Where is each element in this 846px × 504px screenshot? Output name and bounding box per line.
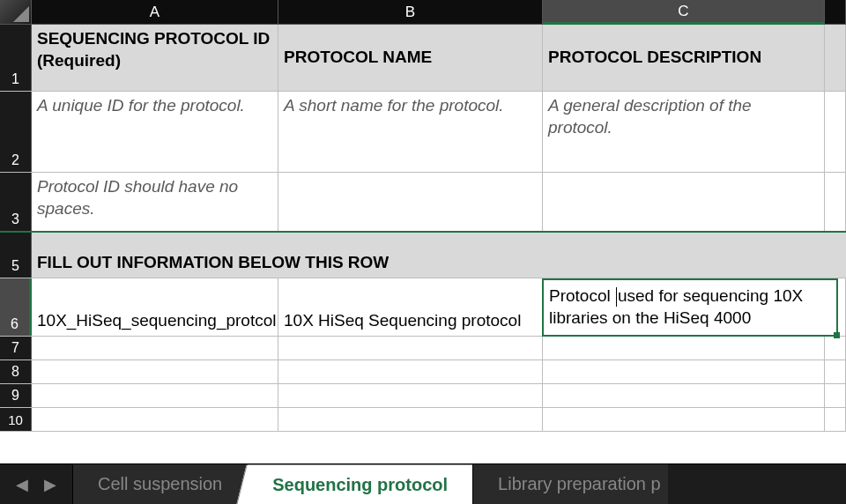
table-row: 9 [0, 384, 846, 408]
cell-B1[interactable]: PROTOCOL NAME [278, 25, 543, 91]
cell-A2[interactable]: A unique ID for the protocol. [32, 92, 278, 172]
table-row: 7 [0, 337, 846, 360]
cell-A1[interactable]: SEQUENCING PROTOCOL ID (Required) [32, 25, 278, 91]
cell-D1[interactable] [825, 25, 846, 91]
cell-A9[interactable] [32, 384, 278, 407]
row-header-9[interactable]: 9 [0, 384, 32, 407]
cell-A3[interactable]: Protocol ID should have no spaces. [32, 173, 278, 231]
cell-C8[interactable] [543, 360, 825, 383]
cell-C3[interactable] [543, 173, 825, 231]
table-row: 3 Protocol ID should have no spaces. [0, 173, 846, 233]
cell-B8[interactable] [278, 360, 543, 383]
column-header-D-cut[interactable] [825, 0, 846, 25]
sheet-tab-library-preparation[interactable]: Library preparation p [472, 464, 668, 504]
table-row: 1 SEQUENCING PROTOCOL ID (Required) PROT… [0, 25, 846, 92]
cell-C2[interactable]: A general description of the protocol. [543, 92, 825, 172]
cell-B2[interactable]: A short name for the protocol. [278, 92, 543, 172]
cell-C9[interactable] [543, 384, 825, 407]
table-row: 10 [0, 408, 846, 432]
sheet-tab-bar: ◀ ▶ Cell suspension Sequencing protocol … [0, 463, 846, 504]
row-header-7[interactable]: 7 [0, 337, 32, 359]
row-header-5[interactable]: 5 [0, 233, 32, 278]
row-header-10[interactable]: 10 [0, 408, 32, 431]
table-row: 5 FILL OUT INFORMATION BELOW THIS ROW [0, 233, 846, 278]
fill-handle[interactable] [834, 332, 840, 338]
cell-A6[interactable]: 10X_HiSeq_sequencing_protcol [32, 278, 278, 336]
cell-D8[interactable] [825, 360, 846, 383]
cell-A5-merged[interactable]: FILL OUT INFORMATION BELOW THIS ROW [32, 233, 846, 278]
cell-C1[interactable]: PROTOCOL DESCRIPTION [543, 25, 825, 91]
spreadsheet-window: A B C 1 SEQUENCING PROTOCOL ID (Required… [0, 0, 846, 504]
cell-B9[interactable] [278, 384, 543, 407]
sheet-tab-sequencing-protocol[interactable]: Sequencing protocol [247, 464, 472, 504]
tab-nav-prev-icon[interactable]: ◀ [16, 475, 28, 494]
row-header-2[interactable]: 2 [0, 92, 32, 172]
tab-nav-next-icon[interactable]: ▶ [44, 475, 56, 494]
cell-D9[interactable] [825, 384, 846, 407]
cell-B7[interactable] [278, 337, 543, 359]
cell-D3[interactable] [825, 173, 846, 231]
cell-B6[interactable]: 10X HiSeq Sequencing protocol [278, 278, 543, 336]
cell-C10[interactable] [543, 408, 825, 431]
cell-B3[interactable] [278, 173, 543, 231]
table-row: 8 [0, 360, 846, 384]
cell-D10[interactable] [825, 408, 846, 431]
active-cell-editor[interactable]: Protocol used for sequencing 10X librari… [542, 278, 838, 337]
cell-D7[interactable] [825, 337, 846, 359]
grid-area: A B C 1 SEQUENCING PROTOCOL ID (Required… [0, 0, 846, 463]
row-header-1[interactable]: 1 [0, 25, 32, 91]
table-row: 2 A unique ID for the protocol. A short … [0, 92, 846, 173]
cell-D2[interactable] [825, 92, 846, 172]
cell-A7[interactable] [32, 337, 278, 359]
column-header-C[interactable]: C [543, 0, 825, 25]
column-header-B[interactable]: B [278, 0, 543, 25]
select-all-corner[interactable] [0, 0, 32, 25]
cell-A8[interactable] [32, 360, 278, 383]
row-header-6[interactable]: 6 [0, 278, 32, 336]
cell-A10[interactable] [32, 408, 278, 431]
cell-B10[interactable] [278, 408, 543, 431]
text-caret [616, 287, 617, 307]
sheet-tab-cell-suspension[interactable]: Cell suspension [72, 464, 247, 504]
row-header-3[interactable]: 3 [0, 173, 32, 231]
column-header-A[interactable]: A [32, 0, 278, 25]
column-header-row: A B C [0, 0, 846, 25]
cell-C7[interactable] [543, 337, 825, 359]
row-header-8[interactable]: 8 [0, 360, 32, 383]
edit-text-pre: Protocol [549, 286, 615, 305]
rows-container: 1 SEQUENCING PROTOCOL ID (Required) PROT… [0, 25, 846, 432]
tab-nav-arrows: ◀ ▶ [9, 464, 72, 504]
